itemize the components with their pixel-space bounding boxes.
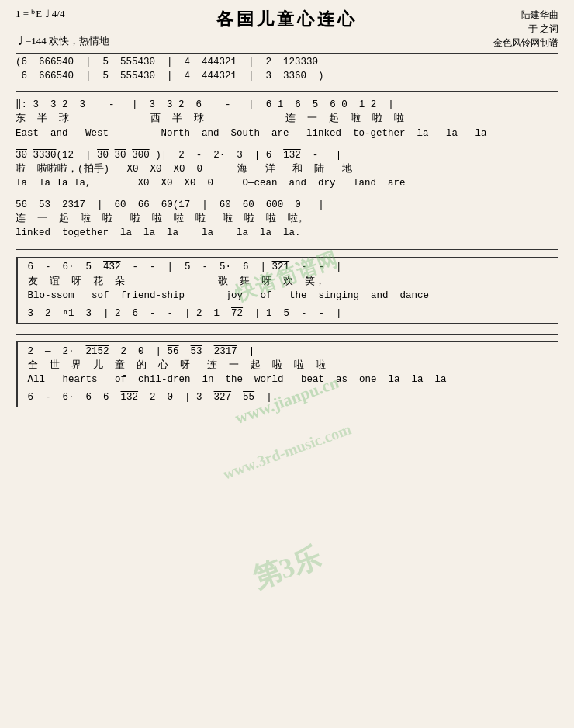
english-line-2: la la la la, X0 X0 X0 0 O—cean and dry l… (16, 176, 558, 190)
title-area: 1 = ᵇE ♩ 4/4 各国儿童心连心 陆建华曲 于 之词 金色风铃网制谱 (16, 8, 558, 31)
chinese-line-3: 连 一 起 啦 啦 啦 啦 啦 啦 啦 啦 啦 啦。 (16, 212, 558, 226)
tempo: ♩=144 欢快，热情地 (16, 35, 109, 47)
lyricist: 于 之词 (493, 22, 558, 36)
notation-s2-l1: 6 - 6· 5 432 - - | 5 - 5· 6 | 321 - - | (22, 260, 556, 274)
section-3-bracket: 2 — 2· 2152 2 0 | 56 53 2317 | 全 世 界 儿 童… (16, 341, 558, 408)
attribution: 陆建华曲 于 之词 金色风铃网制谱 (493, 8, 558, 50)
source: 金色风铃网制谱 (493, 36, 558, 50)
english-s2-l1: Blo-ssom sof friend-ship joy of the sing… (22, 289, 556, 303)
tempo-line: ♩=144 欢快，热情地 (16, 34, 558, 48)
page: 快谱简谱网 www.jianpu.cn www.3rd-music.com 第3… (0, 0, 574, 728)
notation-s3-l1: 2 — 2· 2152 2 0 | 56 53 2317 | (22, 345, 556, 359)
notation-line-3: 56 53 2317 | 60 66 60(17 | 60 60 600 0 | (16, 198, 558, 212)
chinese-line-2: 啦 啦啦啦，(拍手) X0 X0 X0 0 海 洋 和 陆 地 (16, 162, 558, 176)
section-2-bracket: 6 - 6· 5 432 - - | 5 - 5· 6 | 321 - - | … (16, 257, 558, 324)
time-sig: 4/4 (52, 8, 65, 19)
score-container: 1 = ᵇE ♩ 4/4 各国儿童心连心 陆建华曲 于 之词 金色风铃网制谱 ♩… (12, 8, 562, 407)
watermark-3: www.3rd-music.com (220, 420, 354, 483)
notation-s3-l2: 6 - 6· 6 6 132 2 0 | 3 327 55 | (22, 390, 556, 404)
composer: 陆建华曲 (493, 8, 558, 22)
section-divider-2 (16, 249, 558, 250)
chinese-s3-l1: 全 世 界 儿 童 的 心 呀 连 一 起 啦 啦 啦 (22, 359, 556, 373)
english-s3-l1: All hearts of chil-dren in the world bea… (22, 373, 556, 387)
watermark-4: 第3乐 (247, 538, 326, 598)
intro-line-1: (6 666540 | 5 555430 | 4 444321 | 2 1233… (16, 55, 558, 69)
key-signature: 1 = ᵇE ♩ (16, 8, 50, 19)
chinese-s2-l1: 友 谊 呀 花 朵 歌 舞 呀 欢 笑， (22, 275, 556, 289)
top-divider (16, 53, 558, 54)
main-title: 各国儿童心连心 (16, 8, 558, 31)
notation-line-1: ‖: 3 3 2 3 - | 3 3 2 6 - | 6 1 6 5 6 0 1… (16, 98, 558, 112)
english-line-3: linked together la la la la la la la. (16, 226, 558, 240)
chinese-line-1: 东 半 球 西 半 球 连 一 起 啦 啦 啦 (16, 112, 558, 126)
english-line-1: East and West North and South are linked… (16, 127, 558, 140)
section-divider-1 (16, 91, 558, 92)
section-divider-3 (16, 334, 558, 335)
intro-line-2: 6 666540 | 5 555430 | 4 444321 | 3 3360 … (16, 69, 558, 83)
key-info: 1 = ᵇE ♩ 4/4 (16, 8, 64, 20)
notation-s2-l2: 3 2 ⁿ1 3 | 2 6 - - | 2 1 72 | 1 5 - - | (22, 307, 556, 321)
notation-line-2: 30 3330(12 | 30 30 300 )| 2 - 2· 3 | 6 1… (16, 148, 558, 162)
